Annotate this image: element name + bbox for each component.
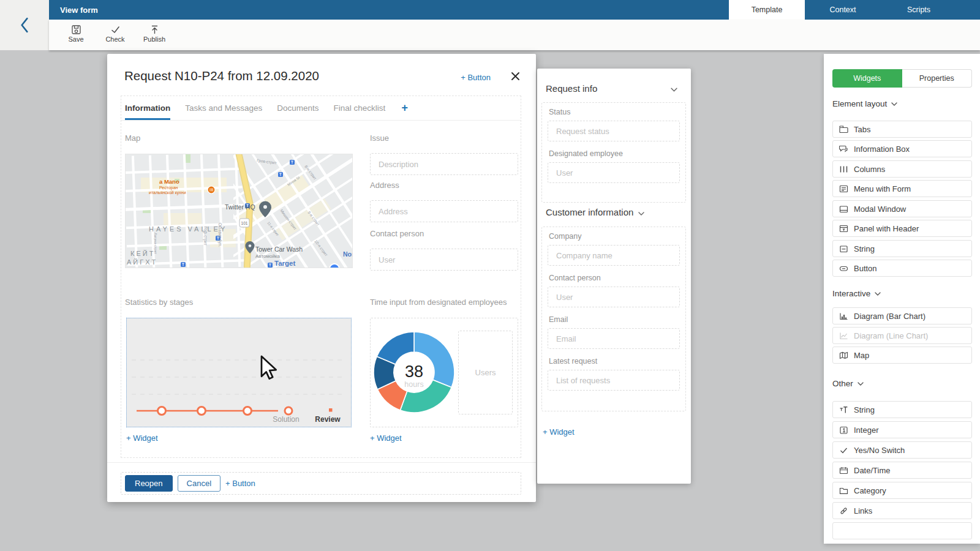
donut-value: 38 xyxy=(405,362,423,381)
menu-form-icon xyxy=(839,185,848,193)
widget-item-button[interactable]: Button xyxy=(832,260,972,277)
form-tab-documents[interactable]: Documents xyxy=(277,96,318,121)
users-placeholder-box[interactable]: Users xyxy=(458,331,513,414)
map-poi-carwash: Tower Car Wash xyxy=(255,246,303,253)
form-footer: Reopen Cancel + Button xyxy=(121,472,521,495)
email-field[interactable]: Email xyxy=(548,328,680,349)
bar-chart-icon xyxy=(839,312,848,320)
svg-text:итальянской кухни: итальянской кухни xyxy=(149,190,186,195)
tabs-icon xyxy=(839,126,848,133)
add-header-button-link[interactable]: + Button xyxy=(461,73,491,82)
widget-item-empty xyxy=(832,522,972,539)
widget-item-menu-with-form[interactable]: Menu with Form xyxy=(832,180,972,197)
add-footer-button-link[interactable]: + Button xyxy=(225,479,255,488)
chevron-left-icon xyxy=(20,17,29,33)
company-label: Company xyxy=(549,232,680,241)
app-header: View form Template Context Scripts xyxy=(49,0,980,20)
widget-item-date-time[interactable]: Date/Time xyxy=(832,462,972,479)
customer-information-title-text: Customer information xyxy=(546,207,633,217)
svg-text:Ресторан: Ресторан xyxy=(159,186,178,190)
integer-icon xyxy=(839,426,848,434)
issue-field[interactable]: Description xyxy=(370,153,518,175)
widget-item-category[interactable]: Category xyxy=(832,482,972,499)
add-tab-button[interactable]: + xyxy=(401,102,408,114)
close-button[interactable] xyxy=(511,72,520,81)
back-button[interactable] xyxy=(0,0,49,50)
stage-label-review: Review xyxy=(315,415,341,424)
tab-context[interactable]: Context xyxy=(805,0,881,20)
save-label: Save xyxy=(68,36,83,43)
form-tab-information[interactable]: Information xyxy=(125,96,170,121)
latest-request-field-group: Latest request List of requests xyxy=(548,357,680,391)
map-icon xyxy=(839,351,848,359)
link-icon xyxy=(839,507,848,515)
latest-request-label: Latest request xyxy=(549,357,680,365)
donut-unit: hours xyxy=(404,380,423,389)
add-widget-link-panel[interactable]: + Widget xyxy=(543,427,575,437)
cancel-button[interactable]: Cancel xyxy=(178,475,221,492)
add-widget-link-left[interactable]: + Widget xyxy=(126,433,158,443)
map-poi-restaurant: a Mano xyxy=(159,178,179,185)
designated-employee-field[interactable]: User xyxy=(548,162,680,183)
reopen-button[interactable]: Reopen xyxy=(125,475,173,492)
status-label: Status xyxy=(549,108,680,116)
toolbar: Save Check Publish xyxy=(49,20,980,50)
map-blue-dot xyxy=(330,264,339,268)
tab-template[interactable]: Template xyxy=(729,0,805,20)
time-donut-widget[interactable]: 38 hours Users xyxy=(370,318,518,427)
widget-item-columns[interactable]: Columns xyxy=(832,160,972,178)
svg-text:Универмаг: Универмаг xyxy=(276,267,300,268)
section-element-layout[interactable]: Element layout xyxy=(832,99,897,108)
section-element-layout-label: Element layout xyxy=(832,99,887,108)
widget-item-links[interactable]: Links xyxy=(832,502,972,519)
widget-item-string-layout[interactable]: String xyxy=(832,240,972,257)
map-label: Map xyxy=(125,133,140,143)
contact-person-field[interactable]: User xyxy=(370,249,518,271)
widget-item-tabs[interactable]: Tabs xyxy=(832,121,972,138)
widget-item-yes-no-switch[interactable]: Yes/No Switch xyxy=(832,441,972,459)
add-widget-link-right[interactable]: + Widget xyxy=(370,433,402,443)
latest-request-field[interactable]: List of requests xyxy=(548,370,680,391)
status-field[interactable]: Request status xyxy=(548,121,680,141)
save-button[interactable]: Save xyxy=(58,23,94,43)
section-other[interactable]: Other xyxy=(832,379,864,388)
widget-item-label: Yes/No Switch xyxy=(854,446,905,455)
issue-label: Issue xyxy=(370,133,389,143)
check-button[interactable]: Check xyxy=(97,23,134,43)
chevron-down-icon xyxy=(875,292,881,296)
section-interactive[interactable]: Interactive xyxy=(832,289,881,298)
svg-text:Лагуна-стрит: Лагуна-стрит xyxy=(154,233,157,254)
stats-label: Statistics by stages xyxy=(125,298,193,307)
company-field[interactable]: Company name xyxy=(548,245,680,266)
widget-item-label: Button xyxy=(854,264,877,273)
widget-item-panel-with-header[interactable]: Panel with Header xyxy=(832,220,972,237)
svg-text:101: 101 xyxy=(241,221,248,225)
contact-person-field[interactable]: User xyxy=(548,287,680,307)
stats-line-chart-widget[interactable]: Solution Review xyxy=(126,318,352,427)
widget-item-string-other[interactable]: String xyxy=(832,401,972,418)
map-poi-twitter: Twitter HQ xyxy=(225,203,255,211)
calendar-icon xyxy=(839,467,848,474)
widget-item-diagram-line-chart: Diagram (Line Chart) xyxy=(832,327,972,344)
tab-widgets[interactable]: Widgets xyxy=(832,69,902,88)
widget-item-modal-window[interactable]: Modal Window xyxy=(832,200,972,217)
form-tab-tasks[interactable]: Tasks and Messages xyxy=(185,96,262,121)
tab-scripts[interactable]: Scripts xyxy=(881,0,957,20)
form-tab-final-checklist[interactable]: Final checklist xyxy=(334,96,386,121)
line-chart: Solution Review xyxy=(127,318,351,427)
chevron-down-icon[interactable] xyxy=(671,88,677,92)
widget-item-diagram-bar-chart[interactable]: Diagram (Bar Chart) xyxy=(832,307,972,324)
widget-item-label: Tabs xyxy=(854,125,870,134)
panel-header-icon xyxy=(839,225,848,233)
map-widget[interactable]: 101 a Mano Ресторан итальянской кухни Tw… xyxy=(125,154,353,268)
widget-item-map[interactable]: Map xyxy=(832,347,972,364)
svg-text:АЙГХТ: АЙГХТ xyxy=(127,258,157,266)
check-icon xyxy=(110,24,121,35)
address-field[interactable]: Address xyxy=(370,200,518,222)
tab-properties[interactable]: Properties xyxy=(902,69,973,88)
widget-item-information-box[interactable]: Information Box xyxy=(832,140,972,157)
contact-person-label: Contact person xyxy=(370,229,424,238)
chevron-down-icon[interactable] xyxy=(638,212,644,216)
widget-item-integer[interactable]: Integer xyxy=(832,421,972,438)
publish-button[interactable]: Publish xyxy=(136,23,173,43)
